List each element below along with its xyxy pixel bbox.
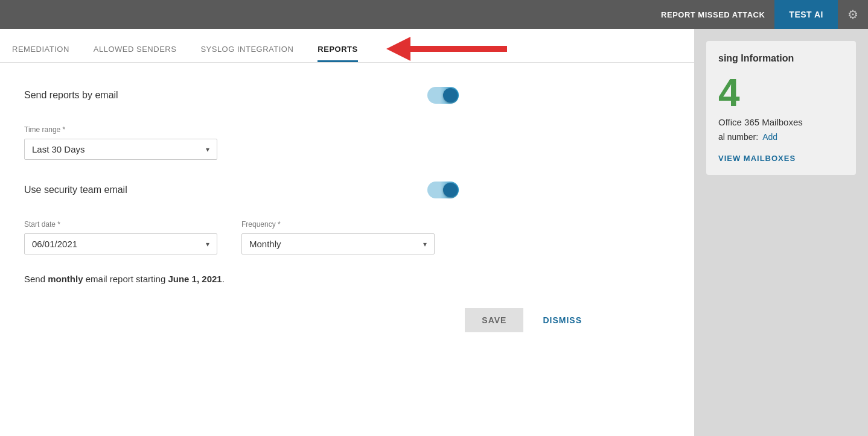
main-panel: REMEDIATION ALLOWED SENDERS SYSLOG INTEG… bbox=[0, 29, 694, 436]
main-layout: REMEDIATION ALLOWED SENDERS SYSLOG INTEG… bbox=[0, 29, 868, 436]
time-range-value: Last 30 Days bbox=[32, 144, 85, 154]
sidebar-mailbox-label: Office 365 Mailboxes bbox=[718, 117, 844, 127]
tab-allowed-senders[interactable]: ALLOWED SENDERS bbox=[94, 45, 177, 62]
time-range-section: Time range * Last 30 Days ▾ bbox=[24, 125, 670, 160]
view-mailboxes-button[interactable]: VIEW MAILBOXES bbox=[718, 154, 796, 163]
summary-date: June 1, 2021 bbox=[168, 274, 222, 284]
frequency-label: Frequency * bbox=[241, 220, 435, 229]
sidebar-add-link[interactable]: Add bbox=[762, 132, 777, 142]
save-button[interactable]: SAVE bbox=[465, 308, 523, 332]
sidebar-card-title: sing Information bbox=[718, 53, 844, 64]
date-frequency-row: Start date * 06/01/2021 ▾ Frequency * Mo… bbox=[24, 220, 670, 254]
summary-frequency: monthly bbox=[48, 274, 83, 284]
frequency-select[interactable]: Monthly ▾ bbox=[241, 233, 435, 254]
start-date-chevron-icon: ▾ bbox=[206, 240, 209, 248]
tab-remediation[interactable]: REMEDIATION bbox=[12, 45, 69, 62]
toggle-track-2 bbox=[427, 182, 459, 198]
toggle-thumb-2 bbox=[443, 183, 458, 197]
frequency-chevron-icon: ▾ bbox=[423, 240, 427, 248]
send-reports-label: Send reports by email bbox=[24, 90, 118, 101]
tab-syslog-integration[interactable]: SYSLOG INTEGRATION bbox=[200, 45, 293, 62]
security-team-label: Use security team email bbox=[24, 185, 127, 195]
time-range-chevron-icon: ▾ bbox=[206, 145, 209, 154]
time-range-label: Time range * bbox=[24, 125, 670, 134]
summary-text: Send monthly email report starting June … bbox=[24, 274, 670, 284]
summary-prefix: Send bbox=[24, 274, 48, 284]
test-ai-button[interactable]: TEST AI bbox=[774, 0, 838, 29]
send-reports-toggle[interactable] bbox=[427, 87, 459, 104]
send-reports-toggle-row: Send reports by email bbox=[24, 87, 459, 104]
sidebar-card: sing Information 4 Office 365 Mailboxes … bbox=[706, 41, 856, 175]
top-bar: REPORT MISSED ATTACK TEST AI ⚙ bbox=[0, 0, 868, 29]
dismiss-button[interactable]: DISMISS bbox=[533, 308, 592, 332]
security-team-toggle-row: Use security team email bbox=[24, 182, 459, 198]
start-date-select[interactable]: 06/01/2021 ▾ bbox=[24, 233, 217, 254]
gear-icon[interactable]: ⚙ bbox=[847, 7, 858, 22]
report-missed-attack-link[interactable]: REPORT MISSED ATTACK bbox=[661, 10, 765, 19]
content-area: Send reports by email Time range * Last … bbox=[0, 63, 694, 436]
action-buttons: SAVE DISMISS bbox=[24, 308, 604, 332]
toggle-thumb bbox=[443, 88, 458, 103]
sidebar-phone-row: al number: Add bbox=[718, 132, 844, 142]
toggle-track bbox=[427, 87, 459, 104]
tab-bar: REMEDIATION ALLOWED SENDERS SYSLOG INTEG… bbox=[0, 29, 694, 63]
sidebar-phone-prefix: al number: bbox=[718, 132, 758, 142]
summary-middle: email report starting bbox=[83, 274, 168, 284]
start-date-col: Start date * 06/01/2021 ▾ bbox=[24, 220, 217, 254]
time-range-select[interactable]: Last 30 Days ▾ bbox=[24, 139, 217, 160]
security-team-toggle[interactable] bbox=[427, 182, 459, 198]
frequency-value: Monthly bbox=[249, 239, 281, 249]
summary-suffix: . bbox=[222, 274, 225, 284]
start-date-value: 06/01/2021 bbox=[32, 239, 77, 249]
sidebar-big-number: 4 bbox=[718, 74, 844, 112]
right-panel: sing Information 4 Office 365 Mailboxes … bbox=[694, 29, 868, 436]
frequency-col: Frequency * Monthly ▾ bbox=[241, 220, 435, 254]
tab-reports[interactable]: REPORTS bbox=[318, 45, 357, 62]
start-date-label: Start date * bbox=[24, 220, 217, 229]
